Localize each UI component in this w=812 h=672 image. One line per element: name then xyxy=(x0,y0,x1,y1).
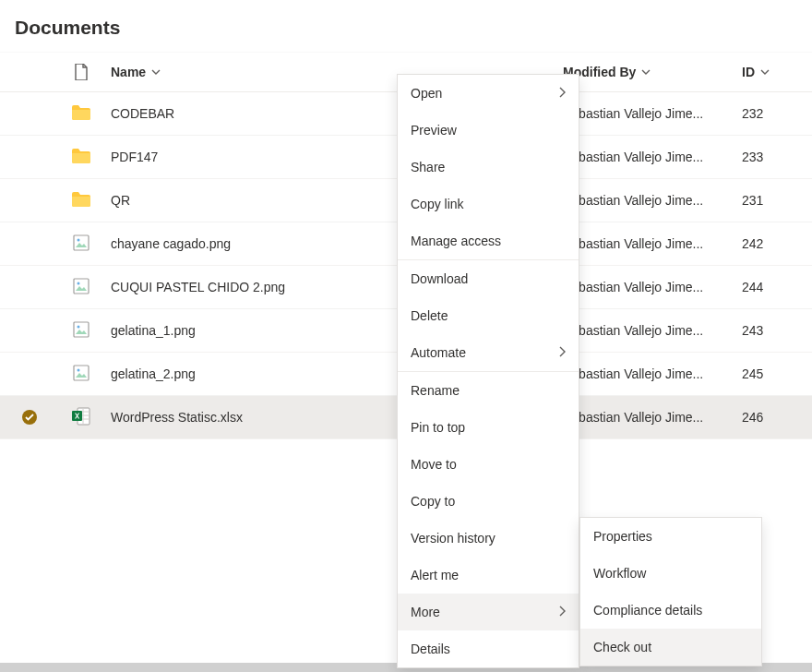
menu-item-label: Version history xyxy=(411,531,496,546)
menu-item[interactable]: Compliance details xyxy=(580,592,761,629)
svg-point-7 xyxy=(78,368,80,371)
menu-item[interactable]: Workflow xyxy=(580,555,761,592)
folder-icon xyxy=(72,105,90,123)
chevron-down-icon xyxy=(641,65,651,79)
menu-item[interactable]: Check out xyxy=(580,629,761,666)
context-menu[interactable]: OpenPreviewShareCopy linkManage accessDo… xyxy=(397,74,579,668)
row-id: 232 xyxy=(733,106,797,121)
menu-item-label: More xyxy=(411,605,440,619)
menu-item[interactable]: Automate xyxy=(398,334,579,371)
menu-item[interactable]: Alert me xyxy=(398,557,579,594)
menu-item-label: Copy to xyxy=(411,494,455,509)
folder-icon xyxy=(72,149,90,166)
image-icon xyxy=(73,365,90,384)
menu-item[interactable]: Pin to top xyxy=(398,409,579,446)
context-submenu[interactable]: PropertiesWorkflowCompliance detailsChec… xyxy=(579,517,762,666)
svg-rect-0 xyxy=(74,235,89,250)
menu-item[interactable]: Download xyxy=(398,260,579,297)
menu-item-label: Delete xyxy=(411,308,448,323)
menu-item[interactable]: Copy to xyxy=(398,483,579,520)
menu-item[interactable]: Delete xyxy=(398,297,579,334)
svg-point-5 xyxy=(78,325,80,328)
menu-item[interactable]: Move to xyxy=(398,446,579,483)
menu-item[interactable]: Version history xyxy=(398,520,579,557)
menu-item-label: Workflow xyxy=(593,566,646,581)
page-title: Documents xyxy=(0,0,812,52)
menu-item-label: Check out xyxy=(593,640,651,654)
menu-item-label: Alert me xyxy=(411,568,459,582)
header-name-label: Name xyxy=(111,65,146,79)
image-icon xyxy=(73,321,90,341)
menu-item-label: Details xyxy=(411,642,450,656)
menu-item-label: Compliance details xyxy=(593,603,702,618)
selected-check-icon xyxy=(22,410,37,425)
chevron-down-icon xyxy=(760,65,770,79)
menu-item-label: Copy link xyxy=(411,197,464,211)
menu-item-label: Move to xyxy=(411,457,457,472)
row-id: 233 xyxy=(733,150,797,164)
row-id: 242 xyxy=(733,236,797,251)
chevron-down-icon xyxy=(151,65,161,79)
image-icon xyxy=(73,234,90,254)
header-id-label: ID xyxy=(742,65,755,79)
svg-point-1 xyxy=(78,238,80,241)
row-id: 231 xyxy=(733,193,797,208)
menu-item-label: Preview xyxy=(411,123,457,138)
menu-item[interactable]: Rename xyxy=(398,372,579,409)
menu-item[interactable]: Copy link xyxy=(398,186,579,222)
row-id: 246 xyxy=(733,410,797,425)
menu-item-label: Download xyxy=(411,271,468,286)
svg-rect-6 xyxy=(74,366,89,380)
header-type-icon[interactable] xyxy=(59,64,103,80)
folder-icon xyxy=(72,192,90,210)
row-id: 245 xyxy=(733,366,797,381)
menu-item[interactable]: Manage access xyxy=(398,222,579,259)
menu-item-label: Automate xyxy=(411,345,466,360)
menu-item[interactable]: More xyxy=(398,594,579,630)
excel-icon xyxy=(72,407,90,428)
menu-item-label: Manage access xyxy=(411,234,501,248)
chevron-right-icon xyxy=(558,345,566,360)
menu-item[interactable]: Preview xyxy=(398,112,579,149)
menu-item[interactable]: Open xyxy=(398,75,579,112)
chevron-right-icon xyxy=(558,86,566,101)
menu-item[interactable]: Details xyxy=(398,630,579,667)
menu-item-label: Open xyxy=(411,86,442,101)
chevron-right-icon xyxy=(558,605,566,619)
menu-item-label: Pin to top xyxy=(411,420,465,435)
menu-item[interactable]: Share xyxy=(398,149,579,186)
svg-rect-2 xyxy=(74,279,89,294)
menu-item[interactable]: Properties xyxy=(580,518,761,555)
image-icon xyxy=(73,278,90,297)
svg-point-3 xyxy=(78,282,80,284)
row-id: 243 xyxy=(733,323,797,338)
row-id: 244 xyxy=(733,280,797,294)
menu-item-label: Properties xyxy=(593,529,652,544)
svg-rect-4 xyxy=(74,322,89,337)
menu-item-label: Rename xyxy=(411,383,460,398)
menu-item-label: Share xyxy=(411,160,445,174)
header-id[interactable]: ID xyxy=(733,65,797,79)
